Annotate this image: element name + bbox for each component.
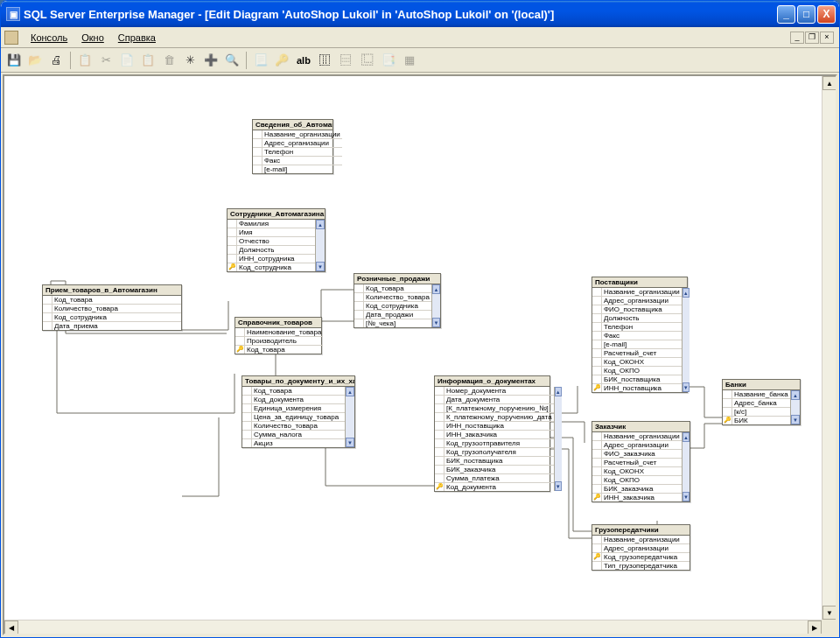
properties-icon[interactable]: 📋 [75,51,94,70]
table-gruzoperedatchiki[interactable]: Грузопередатчики Название_организации Ад… [592,524,690,571]
scroll-up-icon[interactable]: ▲ [346,387,354,396]
table-row[interactable]: 🔑ИНН_заказчика [592,494,682,501]
mdi-close-button[interactable]: × [820,32,834,44]
add-table-icon[interactable]: ➕ [201,51,220,70]
table-row[interactable]: Телефон [592,323,682,332]
new-table-icon[interactable]: ✳ [180,51,200,70]
table-row[interactable]: Наименование_товара [235,328,323,337]
table-row[interactable]: Код_товара [43,296,181,305]
table-row[interactable]: [e-mail] [253,165,342,173]
paste-icon[interactable]: 📋 [138,51,158,70]
cut-icon[interactable]: ✂ [96,51,116,70]
scroll-up-icon[interactable]: ▲ [822,76,836,90]
table-row[interactable]: БИК_заказчика [592,485,682,494]
key-icon[interactable]: 🔑 [272,51,291,70]
table-row[interactable]: ИНН_сотрудника [228,255,315,263]
table-row[interactable]: Код_товара [354,284,431,293]
table-row[interactable]: Код_сотрудника [354,302,431,311]
menu-help[interactable]: Справка [111,31,163,45]
table-row[interactable]: [e-mail] [592,340,682,349]
table-scrollbar[interactable]: ▲▼ [682,288,690,392]
table-info-doc[interactable]: Информация_о_документах Номер_документа … [434,375,550,492]
table-row[interactable]: Название_организации [253,130,342,139]
table-row[interactable]: 🔑Код_документа [435,483,554,491]
table-spravochnik[interactable]: Справочник_товаров Наименование_товара П… [234,317,322,354]
table-row[interactable]: Телефон [253,148,342,157]
table-scrollbar[interactable]: ▲▼ [554,387,562,491]
table-row[interactable]: 🔑Код_сотрудника [228,263,315,271]
table-row[interactable]: Код_ОКПО [592,476,682,485]
scroll-up-icon[interactable]: ▲ [555,387,562,396]
table-row[interactable]: Количество_товара [354,293,431,302]
table-row[interactable]: 🔑БИК [723,417,790,424]
table-row[interactable]: ИНН_поставщика [435,422,554,431]
table-sotrudniki[interactable]: Сотрудники_Автомагазина Фамилия Имя Отче… [227,208,326,272]
maximize-button[interactable]: □ [797,5,816,24]
table-row[interactable]: Сумма_налога [242,431,345,439]
table-row[interactable]: 🔑Код_товара [235,346,323,354]
scroll-down-icon[interactable]: ▼ [555,481,562,491]
table-tovary-doc[interactable]: Товары_по_документу_и_их_хар Код_товара … [242,375,355,448]
table-row[interactable]: Код_ОКОНХ [592,467,682,476]
table-row[interactable]: Единица_измерения [242,404,345,413]
open-icon[interactable]: 📂 [25,51,45,70]
table-row[interactable]: Дата_продажи [354,311,431,319]
table-row[interactable]: Акциз [242,439,345,447]
table-row[interactable]: Количество_товара [242,422,345,431]
table-banki[interactable]: Банки Название_банка Адрес_банка [к/c] 🔑… [722,379,801,425]
table-row[interactable]: Адрес_организации [253,139,342,148]
scroll-down-icon[interactable]: ▼ [791,415,800,424]
table-row[interactable]: Должность [228,246,315,255]
table-row[interactable]: БИК_поставщика [435,457,554,466]
close-button[interactable]: X [817,5,836,24]
table-row[interactable]: Дата_приема [43,322,181,330]
table-row[interactable]: Должность [592,314,682,323]
table-row[interactable]: Код_грузоотправителя [435,439,554,448]
scroll-down-icon[interactable]: ▼ [346,438,354,447]
table-row[interactable]: Цена_за_единицу_товара [242,413,345,422]
relationship-icon[interactable]: 📑 [379,51,398,70]
table-row[interactable]: Количество_товара [43,305,181,313]
table-row[interactable]: К_платежному_поручению_дата [435,413,554,422]
table-row[interactable]: Адрес_организации [592,441,682,450]
mdi-restore-button[interactable]: ❐ [805,32,819,44]
table-row[interactable]: Имя [228,228,315,237]
scroll-left-icon[interactable]: ◀ [4,620,18,634]
table-row[interactable]: Код_документа [242,396,345,404]
scroll-up-icon[interactable]: ▲ [791,390,800,400]
table-row[interactable]: ИНН_заказчика [435,431,554,439]
scroll-up-icon[interactable]: ▲ [316,220,325,229]
mdi-minimize-button[interactable]: _ [790,32,804,44]
align-icon[interactable]: ⿺ [358,51,377,70]
table-row[interactable]: Производитель [235,337,323,346]
table-row[interactable]: Название_организации [592,432,682,441]
print-icon[interactable]: 🖨 [46,51,66,70]
table-row[interactable]: Расчетный_счет [592,459,682,467]
table-row[interactable]: Название_организации [592,288,682,297]
table-row[interactable]: 🔑ИНН_поставщика [592,384,682,392]
table-row[interactable]: Код_грузополучателя [435,448,554,457]
table-scrollbar[interactable]: ▲▼ [682,432,690,501]
table-scrollbar[interactable]: ▲▼ [345,387,354,447]
scroll-down-icon[interactable]: ▼ [432,318,440,327]
table-row[interactable]: БИК_заказчика [435,466,554,474]
table-row[interactable]: Код_ОКОНХ [592,358,682,367]
table-row[interactable]: Адрес_организации [592,544,690,553]
scroll-down-icon[interactable]: ▼ [316,262,325,271]
table-row[interactable]: Расчетный_счет [592,349,682,358]
zoom-icon[interactable]: 🔍 [222,51,242,70]
minimize-button[interactable]: _ [777,5,795,24]
menu-window[interactable]: Окно [74,31,111,45]
table-row[interactable]: [К_платежному_поручению_№] [435,404,554,413]
scroll-right-icon[interactable]: ▶ [808,620,822,634]
table-row[interactable]: Фамилия [228,220,315,228]
table-row[interactable]: Код_сотрудника [43,313,181,322]
table-row[interactable]: ФИО_поставщика [592,305,682,314]
titlebar[interactable]: ▣ SQL Server Enterprise Manager - [Edit … [1,1,839,27]
scroll-down-icon[interactable]: ▼ [682,492,690,501]
table-priem[interactable]: Прием_товаров_в_Автомагазин Код_товара К… [42,284,182,331]
delete-icon[interactable]: 🗑 [159,51,178,70]
table-row[interactable]: Адрес_банка [723,399,790,408]
table-row[interactable]: Сумма_платежа [435,474,554,483]
table-row[interactable]: [к/c] [723,408,790,417]
